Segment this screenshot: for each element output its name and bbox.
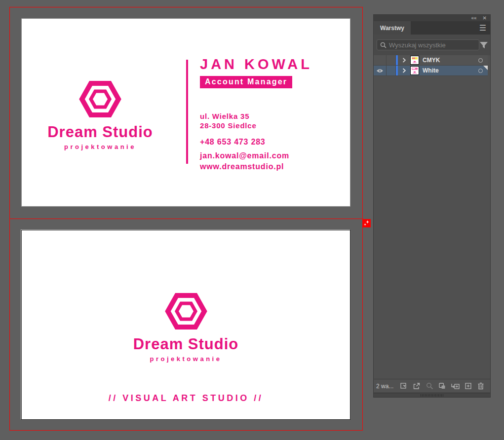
layer-count-status: 2 wa... — [376, 383, 393, 390]
business-card-front[interactable]: Dream Studio projektowanie JAN KOWAL Acc… — [21, 18, 350, 207]
target-circle-icon — [478, 69, 483, 73]
logo-block: Dream Studio projektowanie — [22, 81, 179, 150]
collect-for-export-button[interactable] — [410, 382, 423, 390]
website-url: www.dreamstudio.pl — [200, 161, 312, 172]
panel-menu-icon[interactable]: ☰ — [479, 21, 490, 35]
layer-name[interactable]: White — [423, 67, 473, 74]
lock-toggle[interactable] — [387, 66, 396, 75]
email-address: jan.kowal@email.com — [200, 150, 312, 161]
tab-layers[interactable]: Warstwy — [374, 21, 411, 35]
brand-subtitle: projektowanie — [22, 143, 179, 150]
expand-chevron-icon[interactable] — [398, 68, 408, 73]
hexagon-logo-icon — [79, 81, 121, 117]
brand-name: Dream Studio — [22, 123, 179, 141]
collapse-panels-icon[interactable]: «« — [471, 16, 476, 21]
phone-number: +48 653 473 283 — [200, 138, 312, 147]
layer-list: CMYK — [374, 55, 488, 76]
panel-body: CMYK — [374, 35, 490, 379]
address-line-1: ul. Wielka 35 — [200, 111, 312, 121]
search-row — [374, 35, 490, 55]
panel-tabbar: Warstwy ☰ — [374, 21, 490, 35]
sparkle-icon — [362, 219, 371, 227]
visibility-toggle[interactable] — [374, 55, 387, 65]
brand-subtitle: projektowanie — [22, 355, 350, 363]
new-sublayer-button[interactable] — [449, 382, 462, 390]
lock-toggle[interactable] — [387, 55, 396, 65]
tagline-text: // VISUAL ART STUDIO // — [22, 393, 350, 403]
role-badge: Account Manager — [200, 76, 292, 88]
card-divider-line — [186, 60, 188, 164]
locate-object-button[interactable] — [397, 382, 410, 390]
eye-icon — [376, 69, 384, 73]
search-button[interactable] — [423, 382, 436, 390]
search-icon — [380, 42, 387, 48]
layer-thumbnail — [410, 66, 419, 75]
search-input[interactable] — [389, 41, 476, 49]
close-panel-icon[interactable]: ✕ — [483, 16, 487, 21]
visibility-toggle[interactable] — [374, 66, 387, 75]
brand-name: Dream Studio — [22, 335, 350, 353]
contact-block: JAN KOWAL Account Manager ul. Wielka 35 … — [200, 56, 312, 172]
panel-topbar: «« ✕ — [374, 15, 490, 21]
business-card-back[interactable]: Dream Studio projektowanie // VISUAL ART… — [21, 230, 350, 420]
overlap-warning-badge[interactable] — [362, 219, 371, 227]
address-line-2: 28-300 Siedlce — [200, 121, 312, 130]
filter-funnel-icon — [479, 41, 488, 49]
panel-footer: 2 wa... — [374, 379, 490, 393]
logo-block: Dream Studio projektowanie — [22, 293, 350, 363]
panel-resize-grip[interactable] — [374, 393, 490, 397]
layers-panel: «« ✕ Warstwy ☰ — [374, 15, 490, 397]
person-name: JAN KOWAL — [200, 56, 312, 73]
filter-button[interactable] — [479, 41, 488, 49]
layer-thumbnail — [410, 56, 419, 65]
target-button[interactable] — [473, 58, 488, 63]
grip-dots — [421, 394, 443, 397]
delete-button[interactable] — [474, 382, 487, 390]
layer-row-cmyk[interactable]: CMYK — [374, 55, 488, 66]
layer-row-white[interactable]: White — [374, 66, 488, 76]
target-circle-icon — [478, 58, 483, 63]
layer-name[interactable]: CMYK — [423, 57, 473, 64]
expand-chevron-icon[interactable] — [398, 58, 408, 63]
search-box[interactable] — [377, 39, 479, 50]
hexagon-logo-icon — [165, 293, 207, 330]
selection-corner-icon — [483, 66, 488, 70]
new-layer-button[interactable] — [462, 382, 474, 390]
make-clipping-mask-button[interactable] — [436, 382, 449, 390]
